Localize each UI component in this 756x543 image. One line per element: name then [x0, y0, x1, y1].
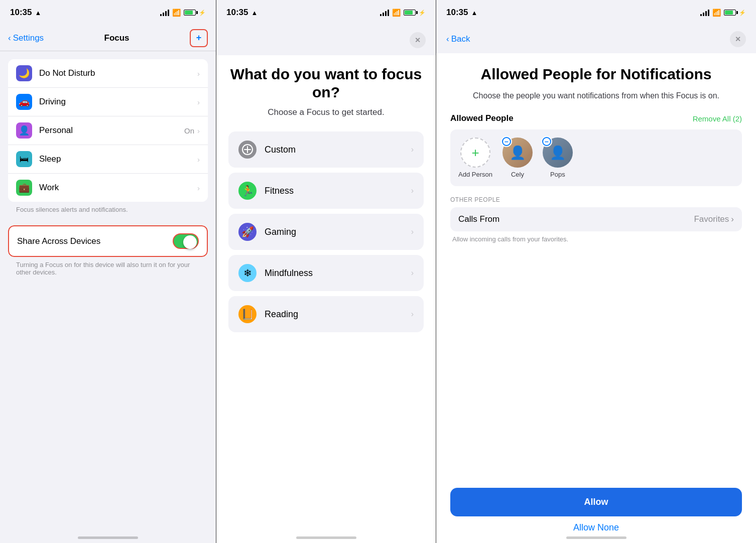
focus-option-reading[interactable]: 📙 Reading › [228, 296, 424, 332]
focus-item-do-not-disturb[interactable]: 🌙 Do Not Disturb › [8, 59, 208, 88]
work-label: Work [39, 183, 197, 193]
chevron-icon: › [197, 184, 200, 192]
gaming-label: Gaming [265, 227, 411, 237]
toggle-knob [183, 235, 197, 249]
panel3-main-content: Allowed People for Notifications Choose … [436, 53, 756, 543]
allowed-people-header: Allowed People Remove All (2) [450, 113, 742, 123]
cely-avatar: 👤 – [502, 138, 533, 168]
share-across-devices-label: Share Across Devices [17, 236, 173, 246]
location-arrow-2: ▲ [251, 9, 258, 17]
allowed-people-section-title: Allowed People [450, 113, 514, 123]
pops-avatar-face: 👤 [550, 145, 566, 161]
fitness-label: Fitness [265, 186, 411, 196]
allow-none-button[interactable]: Allow None [450, 522, 742, 533]
back-label: Settings [13, 33, 44, 43]
back-chevron-icon: ‹ [8, 33, 11, 43]
chevron-icon: › [411, 186, 414, 195]
remove-all-button[interactable]: Remove All (2) [693, 114, 742, 123]
mindfulness-label: Mindfulness [265, 268, 411, 279]
sleep-icon: 🛏 [16, 151, 32, 167]
add-person-button[interactable]: + [460, 138, 490, 168]
focus-option-mindfulness[interactable]: ❄ Mindfulness › [228, 255, 424, 291]
chevron-icon: › [197, 98, 200, 106]
panel3-back-button[interactable]: ‹ Back [446, 34, 470, 44]
panel2-topbar: ✕ [216, 25, 436, 55]
home-indicator-2 [296, 536, 356, 539]
focus-option-custom[interactable]: Custom › [228, 131, 424, 168]
focus-item-sleep[interactable]: 🛏 Sleep › [8, 145, 208, 174]
add-person-item[interactable]: + Add Person [458, 138, 492, 178]
time-label-2: 10:35 [226, 8, 248, 18]
home-indicator-1 [78, 536, 138, 539]
add-person-label: Add Person [458, 171, 492, 178]
add-plus-icon: + [471, 146, 479, 159]
time-label-1: 10:35 [10, 8, 32, 18]
personal-on-badge: On [184, 126, 194, 135]
time-label-3: 10:35 [446, 8, 468, 18]
cely-avatar-face: 👤 [510, 145, 526, 161]
focus-option-gaming[interactable]: 🚀 Gaming › [228, 214, 424, 250]
back-label: Back [451, 34, 470, 44]
add-focus-button[interactable]: + [190, 29, 208, 47]
cely-name: Cely [511, 171, 524, 178]
location-arrow-3: ▲ [471, 9, 477, 17]
status-icons-3: 📶 ⚡ [700, 9, 746, 17]
share-across-devices-row: Share Across Devices [8, 225, 208, 257]
people-box: + Add Person 👤 – Cely [450, 129, 742, 186]
panel2-main-content: What do you want to focus on? Choose a F… [216, 55, 436, 543]
signal-icon-2 [380, 9, 389, 16]
settings-back-button[interactable]: ‹ Settings [8, 33, 44, 43]
custom-label: Custom [265, 145, 411, 155]
allowed-people-title: Allowed People for Notifications [450, 65, 742, 83]
favorites-value: Favorites [694, 214, 729, 224]
signal-icon-3 [700, 9, 709, 16]
focus-page-title: Focus [104, 33, 130, 43]
status-icons-2: 📶 ⚡ [380, 9, 426, 17]
other-people-section: OTHER PEOPLE Calls From Favorites › Allo… [450, 196, 742, 247]
chevron-icon: › [731, 214, 734, 224]
chevron-icon: › [411, 145, 414, 154]
fitness-icon: 🏃 [238, 182, 257, 200]
status-time-3: 10:35 ▲ [446, 8, 477, 18]
close-icon: ✕ [415, 36, 421, 44]
allow-button[interactable]: Allow [450, 488, 742, 516]
back-chevron-icon: ‹ [446, 34, 449, 44]
chevron-icon: › [197, 126, 200, 135]
chevron-icon: › [411, 227, 414, 236]
calls-description: Allow incoming calls from your favorites… [450, 235, 742, 247]
do-not-disturb-icon: 🌙 [16, 65, 32, 81]
location-arrow-1: ▲ [35, 9, 41, 17]
panel-allowed-people: 10:35 ▲ 📶 ⚡ ‹ Back [436, 0, 756, 543]
panel2-close-button[interactable]: ✕ [410, 32, 426, 48]
panel3-nav: ‹ Back ✕ [436, 25, 756, 53]
battery-icon-1: ⚡ [184, 10, 206, 16]
focus-item-personal[interactable]: 👤 Personal On › [8, 116, 208, 145]
pops-avatar: 👤 – [543, 138, 573, 168]
chevron-icon: › [411, 310, 414, 319]
panel3-close-button[interactable]: ✕ [730, 31, 746, 47]
status-time-2: 10:35 ▲ [226, 8, 258, 18]
wifi-icon-1: 📶 [172, 9, 181, 17]
focus-item-work[interactable]: 💼 Work › [8, 174, 208, 202]
pops-name: Pops [550, 171, 565, 178]
work-icon: 💼 [16, 180, 32, 196]
focus-item-driving[interactable]: 🚗 Driving › [8, 88, 208, 116]
wifi-icon-2: 📶 [392, 9, 401, 17]
focus-silence-description: Focus silences alerts and notifications. [0, 202, 216, 217]
other-people-label: OTHER PEOPLE [450, 196, 742, 203]
nav-bar-1: ‹ Settings Focus + [0, 25, 216, 51]
status-bar-1: 10:35 ▲ 📶 ⚡ [0, 0, 216, 25]
person-cely: 👤 – Cely [502, 138, 533, 178]
focus-selection-subtitle: Choose a Focus to get started. [228, 107, 424, 117]
home-indicator-3 [566, 536, 626, 539]
calls-from-row[interactable]: Calls From Favorites › [450, 207, 742, 231]
chevron-icon: › [411, 268, 414, 278]
focus-option-fitness[interactable]: 🏃 Fitness › [228, 173, 424, 209]
calls-from-label: Calls From [458, 214, 499, 224]
battery-icon-2: ⚡ [404, 10, 426, 16]
battery-icon-3: ⚡ [724, 10, 746, 16]
focus-selection-title: What do you want to focus on? [228, 65, 424, 101]
share-toggle[interactable] [173, 233, 199, 249]
signal-icon-1 [160, 9, 169, 16]
status-bar-3: 10:35 ▲ 📶 ⚡ [436, 0, 756, 25]
